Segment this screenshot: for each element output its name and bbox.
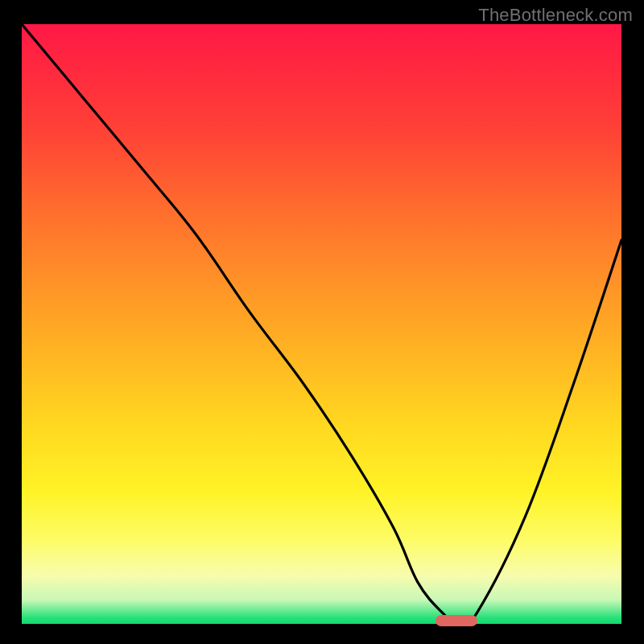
bottleneck-curve — [22, 24, 621, 624]
chart-plot-area — [22, 24, 621, 624]
curve-path — [22, 24, 621, 624]
watermark-text: TheBottleneck.com — [478, 5, 633, 26]
optimal-range-marker — [436, 615, 477, 626]
